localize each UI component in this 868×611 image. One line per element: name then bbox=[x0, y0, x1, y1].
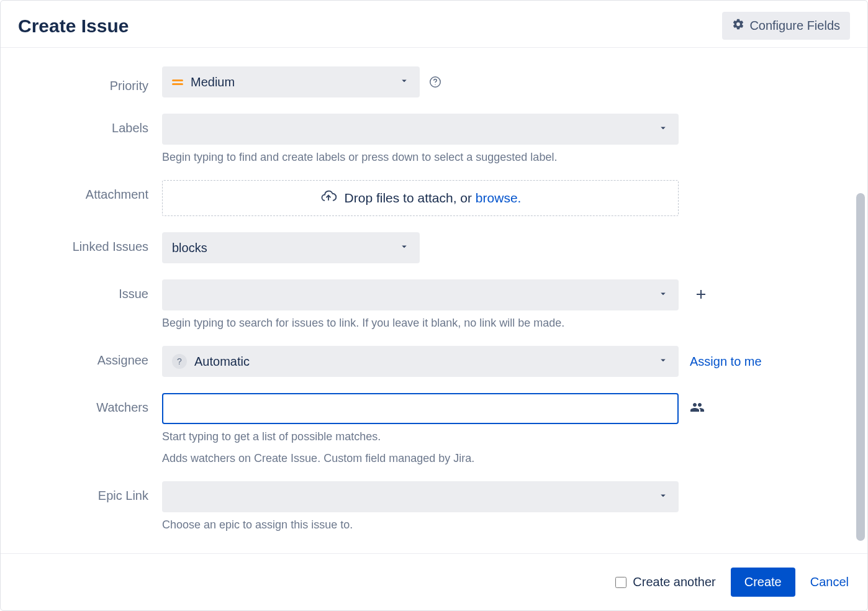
priority-label: Priority bbox=[38, 71, 162, 93]
scrollbar-thumb[interactable] bbox=[856, 193, 865, 541]
watchers-row: Watchers Start typing to get a list of p… bbox=[38, 393, 830, 465]
assignee-label: Assignee bbox=[38, 346, 162, 368]
attachment-browse-link[interactable]: browse. bbox=[476, 191, 522, 205]
assign-to-me-link[interactable]: Assign to me bbox=[690, 355, 762, 369]
chevron-down-icon bbox=[658, 490, 669, 504]
watchers-label: Watchers bbox=[38, 393, 162, 415]
epic-link-hint: Choose an epic to assign this issue to. bbox=[162, 518, 808, 532]
linked-issues-value: blocks bbox=[172, 241, 207, 255]
create-another-checkbox[interactable] bbox=[615, 577, 626, 588]
issue-row: Issue Begin typing to search for issues … bbox=[38, 279, 830, 330]
create-issue-dialog: Create Issue Configure Fields Priority M… bbox=[0, 0, 868, 611]
cancel-button[interactable]: Cancel bbox=[810, 575, 849, 589]
linked-issues-label: Linked Issues bbox=[38, 232, 162, 254]
epic-link-select[interactable] bbox=[162, 481, 679, 512]
create-another-label: Create another bbox=[633, 575, 715, 589]
priority-value: Medium bbox=[191, 75, 235, 89]
upload-icon bbox=[320, 188, 337, 209]
labels-select[interactable] bbox=[162, 114, 679, 145]
create-button[interactable]: Create bbox=[731, 568, 795, 597]
create-another-wrapper[interactable]: Create another bbox=[615, 575, 715, 589]
labels-label: Labels bbox=[38, 114, 162, 135]
scrollbar-track bbox=[856, 57, 865, 564]
chevron-down-icon bbox=[399, 241, 410, 255]
watchers-hint-1: Start typing to get a list of possible m… bbox=[162, 430, 808, 443]
chevron-down-icon bbox=[658, 288, 669, 302]
linked-issues-select[interactable]: blocks bbox=[162, 232, 420, 263]
chevron-down-icon bbox=[399, 75, 410, 89]
chevron-down-icon bbox=[658, 122, 669, 137]
attachment-label: Attachment bbox=[38, 180, 162, 202]
assignee-value: Automatic bbox=[194, 355, 250, 369]
dialog-title: Create Issue bbox=[18, 16, 129, 37]
gear-icon bbox=[732, 18, 744, 34]
attachment-drop-text: Drop files to attach, or browse. bbox=[345, 191, 522, 206]
labels-row: Labels Begin typing to find and create l… bbox=[38, 114, 830, 164]
plus-icon bbox=[694, 294, 708, 304]
dialog-body: Priority Medium Labels bbox=[1, 48, 867, 553]
attachment-row: Attachment Drop files to attach, or brow… bbox=[38, 180, 830, 216]
issue-label: Issue bbox=[38, 279, 162, 301]
dialog-footer: Create another Create Cancel bbox=[1, 553, 867, 610]
svg-point-1 bbox=[435, 84, 435, 85]
unassigned-avatar-icon: ? bbox=[172, 354, 187, 369]
linked-issues-row: Linked Issues blocks bbox=[38, 232, 830, 263]
watchers-input[interactable] bbox=[162, 393, 679, 424]
epic-link-label: Epic Link bbox=[38, 481, 162, 503]
issue-select[interactable] bbox=[162, 279, 679, 310]
help-icon[interactable] bbox=[428, 75, 442, 89]
epic-link-row: Epic Link Choose an epic to assign this … bbox=[38, 481, 830, 532]
assignee-row: Assignee ? Automatic Assign to me bbox=[38, 346, 830, 377]
people-icon[interactable] bbox=[690, 400, 705, 417]
issue-hint: Begin typing to search for issues to lin… bbox=[162, 317, 808, 330]
configure-fields-button[interactable]: Configure Fields bbox=[722, 12, 850, 40]
dialog-header: Create Issue Configure Fields bbox=[1, 1, 867, 48]
attachment-dropzone[interactable]: Drop files to attach, or browse. bbox=[162, 180, 679, 216]
watchers-hint-2: Adds watchers on Create Issue. Custom fi… bbox=[162, 452, 808, 465]
chevron-down-icon bbox=[658, 355, 669, 369]
assignee-select[interactable]: ? Automatic bbox=[162, 346, 679, 377]
priority-row: Priority Medium bbox=[38, 66, 830, 97]
labels-hint: Begin typing to find and create labels o… bbox=[162, 151, 808, 164]
priority-field: Medium bbox=[162, 66, 808, 97]
add-issue-button[interactable] bbox=[690, 283, 712, 307]
priority-select[interactable]: Medium bbox=[162, 66, 420, 97]
configure-fields-label: Configure Fields bbox=[749, 19, 840, 33]
priority-medium-icon bbox=[172, 79, 183, 85]
